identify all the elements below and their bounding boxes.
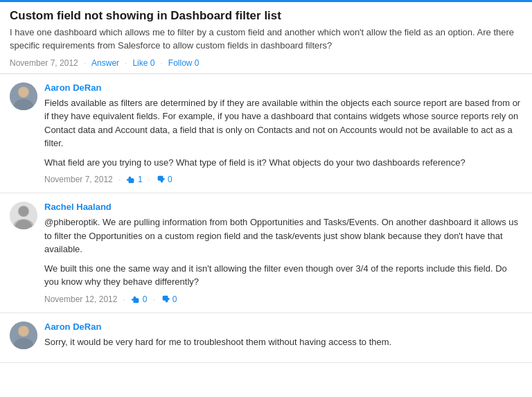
answer-date: November 12, 2012 — [44, 294, 117, 304]
avatar — [10, 82, 37, 110]
avatar — [10, 202, 37, 229]
answer-date: November 7, 2012 — [44, 175, 113, 184]
like-button[interactable]: 0 — [131, 294, 148, 304]
answer-content: Aaron DeRan Fields available as filters … — [44, 82, 522, 185]
dislike-count: 0 — [168, 175, 172, 184]
question-date: November 7, 2012 — [10, 58, 78, 68]
follow-link[interactable]: Follow 0 — [168, 58, 200, 68]
page-container: Custom field not showing in Dashboard fi… — [0, 0, 532, 363]
answer-text-p1: @phiberoptik. We are pulling information… — [44, 215, 522, 256]
meta-dot: · — [123, 294, 125, 304]
like-count: 1 — [138, 175, 143, 184]
svg-point-10 — [19, 326, 28, 336]
question-title: Custom field not showing in Dashboard fi… — [10, 9, 522, 23]
like-link[interactable]: Like 0 — [132, 58, 154, 68]
meta-dot2: · — [148, 175, 150, 184]
question-meta: November 7, 2012 · Answer · Like 0 · Fol… — [10, 58, 522, 68]
answer-author[interactable]: Rachel Haaland — [44, 202, 522, 212]
answer-meta: November 12, 2012 · 0 · 0 — [44, 294, 522, 304]
answer-link[interactable]: Answer — [91, 58, 119, 68]
svg-point-3 — [19, 87, 28, 97]
meta-dot2: · — [152, 294, 154, 304]
like-count: 0 — [143, 294, 148, 304]
dislike-button[interactable]: 0 — [156, 175, 172, 184]
meta-sep-3: · — [160, 58, 162, 68]
answer-item: Aaron DeRan Fields available as filters … — [0, 74, 532, 194]
answer-item: Aaron DeRan Sorry, it would be very hard… — [0, 313, 532, 364]
thumbs-up-icon — [131, 294, 141, 304]
like-button[interactable]: 1 — [126, 175, 143, 184]
question-section: Custom field not showing in Dashboard fi… — [0, 2, 532, 74]
answer-text-p2: We built this one the same way and it is… — [44, 262, 522, 289]
answer-author[interactable]: Aaron DeRan — [44, 321, 522, 332]
avatar — [10, 321, 37, 349]
dislike-count: 0 — [172, 294, 177, 304]
answer-text-p2: What field are you trying to use? What t… — [44, 156, 522, 170]
thumbs-down-icon — [161, 294, 170, 304]
answers-container: Aaron DeRan Fields available as filters … — [0, 74, 532, 364]
dislike-button[interactable]: 0 — [161, 294, 177, 304]
thumbs-up-icon — [126, 175, 136, 184]
thumbs-down-icon — [156, 175, 166, 184]
answer-item: Rachel Haaland @phiberoptik. We are pull… — [0, 193, 532, 313]
meta-dot: · — [118, 175, 121, 184]
svg-point-5 — [18, 206, 29, 217]
answer-text-p1: Fields available as filters are determin… — [44, 96, 522, 150]
meta-sep-1: · — [84, 58, 86, 68]
question-body: I have one dashboard which allows me to … — [10, 26, 522, 53]
answer-text-p1: Sorry, it would be very hard for me to t… — [44, 335, 522, 349]
answer-content: Rachel Haaland @phiberoptik. We are pull… — [44, 202, 522, 304]
answer-meta: November 7, 2012 · 1 · 0 — [44, 175, 522, 184]
meta-sep-2: · — [125, 58, 127, 68]
answer-content: Aaron DeRan Sorry, it would be very hard… — [44, 321, 522, 355]
answer-author[interactable]: Aaron DeRan — [44, 82, 522, 93]
